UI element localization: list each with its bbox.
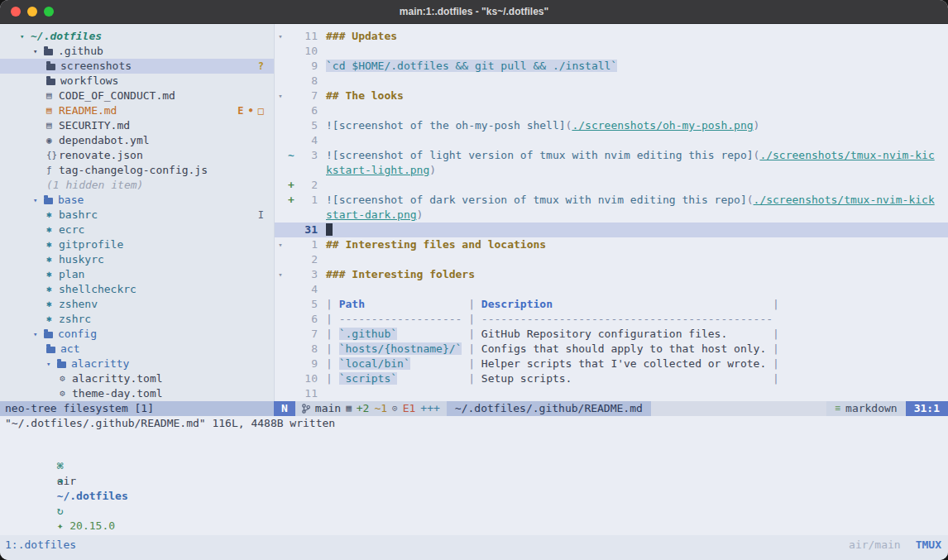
tree-item[interactable]: ✱bashrcI <box>0 208 274 223</box>
tree-item[interactable]: ▤README.mdE•□ <box>0 103 274 118</box>
editor-line[interactable]: ▾7## The looks <box>275 89 948 103</box>
tree-item[interactable]: ◉dependabot.yml <box>0 133 274 148</box>
editor-line[interactable]: +2 <box>275 178 948 193</box>
tree-item-label: bashrc <box>59 208 98 223</box>
tree-item[interactable]: ✱ecrc <box>0 223 274 237</box>
editor-line[interactable]: 8 <box>275 74 948 89</box>
editor-line[interactable]: 10| `scripts` | Setup scripts. | <box>275 371 948 386</box>
chevron-down-icon[interactable]: ▾ <box>33 44 44 59</box>
line-number: 2 <box>296 178 318 193</box>
tree-item-label: alacritty <box>71 357 129 371</box>
fold-open-icon[interactable]: ▾ <box>275 267 286 282</box>
git-sign: ~ <box>286 148 296 163</box>
tmux-pane-nvim: ▾~/.dotfiles▾.githubscreenshots?workflow… <box>0 24 948 401</box>
tmux-window-tab[interactable]: 1:.dotfiles <box>5 538 76 560</box>
shell-input-line[interactable]: ➜ <box>5 459 948 474</box>
editor-line[interactable]: ~3![screenshot of light version of tmux … <box>275 148 948 163</box>
close-button[interactable] <box>11 7 21 17</box>
sign-column <box>286 44 296 59</box>
sign-column <box>286 312 296 327</box>
tree-item[interactable]: {}renovate.json <box>0 148 274 163</box>
editor-line[interactable]: 2 <box>275 252 948 267</box>
tree-item[interactable]: ⚙theme-day.toml <box>0 386 274 401</box>
tree-item[interactable]: ✱plan <box>0 267 274 282</box>
syntax-segment: Path <box>339 298 365 310</box>
chevron-down-icon[interactable]: ▾ <box>46 357 57 371</box>
tree-item[interactable]: ▤SECURITY.md <box>0 118 274 133</box>
minimize-button[interactable] <box>27 7 37 17</box>
editor-line[interactable]: 5![screenshot of the oh-my-posh shell](.… <box>275 118 948 133</box>
editor-line[interactable]: 5| Path | Description | <box>275 297 948 312</box>
syntax-segment: | <box>773 372 779 385</box>
editor-line[interactable]: 4 <box>275 282 948 297</box>
syntax-segment: `hosts/{hostname}/` <box>339 342 462 355</box>
editor-line[interactable]: +1![screenshot of dark version of tmux w… <box>275 193 948 208</box>
syntax-segment: | <box>468 298 481 310</box>
editor-line[interactable]: 9| `local/bin` | Helper scripts that I'v… <box>275 357 948 371</box>
tree-item[interactable]: ⚙alacritty.toml <box>0 371 274 386</box>
syntax-segment: | <box>468 342 481 355</box>
tree-item[interactable]: workflows <box>0 74 274 89</box>
tree-item[interactable]: ▾~/.dotfiles <box>0 29 274 44</box>
modified-badge: • <box>248 103 254 118</box>
tree-item[interactable]: ✱zshenv <box>0 297 274 312</box>
tree-item[interactable]: ƒtag-changelog-config.js <box>0 163 274 178</box>
editor-line[interactable]: ▾11### Updates <box>275 29 948 44</box>
text-cursor <box>326 223 333 236</box>
editor-line[interactable]: 6 <box>275 103 948 118</box>
line-number: 7 <box>296 327 318 342</box>
tree-item[interactable]: ▾config <box>0 327 274 342</box>
editor-line[interactable]: ▾1## Interesting files and locations <box>275 237 948 252</box>
editor-line[interactable]: 6| ------------------- | ---------------… <box>275 312 948 327</box>
zoom-button[interactable] <box>44 7 54 17</box>
syntax-segment <box>397 372 468 385</box>
syntax-segment <box>766 357 773 370</box>
line-number <box>296 208 318 223</box>
fold-column <box>275 282 286 297</box>
tree-item[interactable]: ▤CODE_OF_CONDUCT.md <box>0 89 274 103</box>
sign-column <box>286 371 296 386</box>
editor-line[interactable]: 11 <box>275 386 948 401</box>
shell-icon: ✱ <box>46 237 59 252</box>
editor-line[interactable]: 7| `.github` | GitHub Repository configu… <box>275 327 948 342</box>
tree-item[interactable]: ✱gitprofile <box>0 237 274 252</box>
tree-item[interactable]: ▾alacritty <box>0 357 274 371</box>
editor-line[interactable]: start-dark.png) <box>275 208 948 223</box>
editor-line[interactable]: 4 <box>275 133 948 148</box>
git-sign: + <box>286 178 296 193</box>
syntax-segment: ./screenshots/tmux-nvim-kick <box>754 194 935 206</box>
sign-column <box>286 252 296 267</box>
editor-line[interactable]: 31 <box>275 223 948 237</box>
syntax-segment: | <box>773 298 779 310</box>
editor-line[interactable]: kstart-light.png) <box>275 163 948 178</box>
tree-item[interactable]: ✱huskyrc <box>0 252 274 267</box>
tmux-pane-shell[interactable]: ⌘ air ~/.dotfiles ↻ ✦ 20.15.0 ➜ <box>0 431 948 535</box>
tree-item[interactable]: ▾.github <box>0 44 274 59</box>
fold-open-icon[interactable]: ▾ <box>275 237 286 252</box>
line-number: 9 <box>296 59 318 74</box>
sign-column <box>286 223 296 237</box>
line-text <box>318 44 326 59</box>
syntax-segment: ) <box>417 208 424 221</box>
tree-item[interactable]: ▾base <box>0 193 274 208</box>
sign-column <box>286 297 296 312</box>
chevron-down-icon[interactable]: ▾ <box>33 327 44 342</box>
tree-item[interactable]: ✱shellcheckrc <box>0 282 274 297</box>
editor-line[interactable]: 9`cd $HOME/.dotfiles && git pull && ./in… <box>275 59 948 74</box>
tree-item[interactable]: screenshots? <box>0 59 274 74</box>
markdown-icon: ▤ <box>46 103 59 118</box>
editor-line[interactable]: ▾3### Interesting folders <box>275 267 948 282</box>
chevron-down-icon[interactable]: ▾ <box>33 193 44 208</box>
syntax-segment: ### Interesting folders <box>326 268 475 280</box>
syntax-segment: ![screenshot of light version of tmux wi… <box>326 149 754 161</box>
tree-item[interactable]: (1 hidden item) <box>0 178 274 193</box>
fold-open-icon[interactable]: ▾ <box>275 29 286 44</box>
tree-item[interactable]: ✱zshrc <box>0 312 274 327</box>
tree-item[interactable]: act <box>0 342 274 357</box>
fold-open-icon[interactable]: ▾ <box>275 89 286 103</box>
syntax-segment: ) <box>429 164 436 176</box>
editor-line[interactable]: 8| `hosts/{hostname}/` | Configs that sh… <box>275 342 948 357</box>
sign-column <box>286 342 296 357</box>
editor-line[interactable]: 10 <box>275 44 948 59</box>
chevron-down-icon[interactable]: ▾ <box>20 29 31 44</box>
